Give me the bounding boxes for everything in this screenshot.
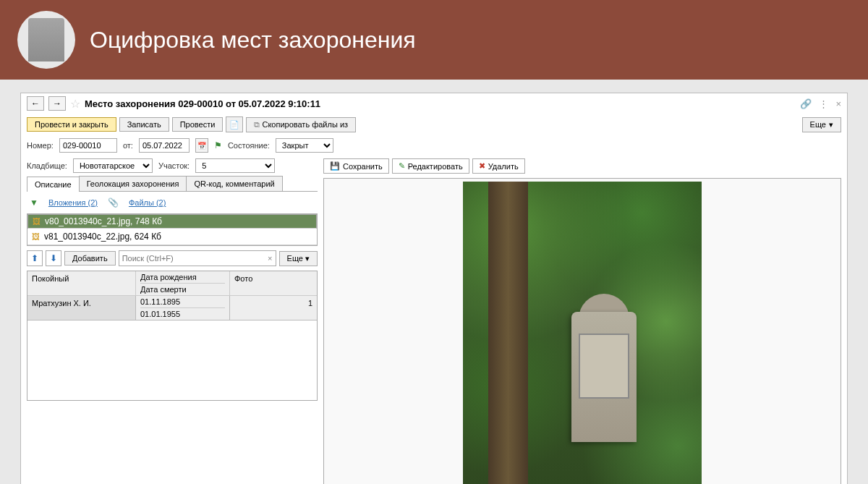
link-icon[interactable]: 🔗 (800, 98, 812, 109)
form-row-1: Номер: от: 📅 ⚑ Состояние: Закрыт (21, 135, 847, 156)
file-row[interactable]: 🖼 v81_0013940c_22.jpg, 624 Кб (27, 229, 317, 245)
cell-name: Мратхузин Х. И. (27, 296, 136, 320)
file-name: v80_0013940c_21.jpg, 748 Кб (45, 216, 162, 226)
col-dates: Дата рождения Дата смерти (136, 271, 230, 295)
number-label: Номер: (27, 141, 54, 150)
add-button[interactable]: Добавить (64, 251, 116, 266)
tab-qr-comment[interactable]: QR-код, комментарий (186, 176, 282, 191)
state-label: Состояние: (228, 141, 270, 150)
tab-description[interactable]: Описание (27, 177, 80, 192)
presentation-header: Оцифровка мест захоронения (0, 0, 868, 80)
plot-label: Участок: (158, 161, 190, 170)
attachments-link[interactable]: Вложения (2) (48, 198, 98, 207)
cemetery-label: Кладбище: (27, 161, 67, 170)
grid-header: Покойный Дата рождения Дата смерти Фото (27, 271, 317, 296)
cemetery-select[interactable]: Новотатарское (73, 158, 153, 173)
copy-files-button[interactable]: ⧉ Скопировать файлы из (246, 117, 356, 132)
row-toolbar: ⬆ ⬇ Добавить × Еще ▾ (21, 246, 323, 271)
document-icon: 📄 (229, 120, 239, 130)
image-delete-button[interactable]: ✖Удалить (472, 158, 525, 174)
date-input[interactable] (139, 138, 190, 153)
main-toolbar: Провести и закрыть Записать Провести 📄 ⧉… (21, 114, 847, 135)
cell-dod: 01.01.1955 (140, 310, 225, 318)
status-flag-icon: ⚑ (214, 140, 222, 150)
coat-of-arms-icon (28, 18, 64, 61)
forward-button[interactable]: → (48, 96, 66, 111)
pencil-icon: ✎ (399, 161, 405, 171)
right-panel: 💾Сохранить ✎Редактировать ✖Удалить (323, 156, 847, 484)
left-panel: Кладбище: Новотатарское Участок: 5 Описа… (21, 156, 323, 484)
tabs: Описание Геолокация захоронения QR-код, … (27, 176, 318, 192)
report-icon-button[interactable]: 📄 (226, 116, 243, 132)
tab-geolocation[interactable]: Геолокация захоронения (79, 176, 187, 191)
page-title: Оцифровка мест захоронения (90, 27, 416, 54)
calendar-icon: 📅 (197, 142, 206, 150)
image-preview-area (323, 178, 841, 484)
submit-close-button[interactable]: Провести и закрыть (27, 117, 116, 132)
state-select[interactable]: Закрыт (276, 138, 333, 153)
col-dod[interactable]: Дата смерти (140, 285, 225, 294)
back-button[interactable]: ← (27, 96, 44, 111)
window-title: Место захоронения 029-00010 от 05.07.202… (85, 98, 320, 109)
grave-photo[interactable] (463, 182, 702, 484)
clear-search-icon[interactable]: × (268, 254, 272, 263)
copy-icon: ⧉ (254, 120, 260, 129)
file-image-icon: 🖼 (33, 217, 41, 226)
more-rows-button[interactable]: Еще ▾ (279, 251, 318, 266)
attachments-bar: ▼ Вложения (2) 📎 Файлы (2) (21, 192, 323, 213)
calendar-button[interactable]: 📅 (195, 138, 208, 153)
plot-select[interactable]: 5 (195, 158, 275, 173)
move-down-button[interactable]: ⬇ (46, 250, 61, 266)
cell-photo: 1 (230, 296, 317, 320)
cell-dob: 01.11.1895 (140, 297, 225, 308)
image-save-button[interactable]: 💾Сохранить (323, 158, 389, 174)
number-input[interactable] (59, 138, 117, 153)
file-row[interactable]: 🖼 v80_0013940c_21.jpg, 748 Кб (27, 214, 317, 229)
persons-grid: Покойный Дата рождения Дата смерти Фото … (27, 271, 318, 401)
search-box[interactable]: × (119, 250, 276, 266)
window-titlebar: ← → ☆ Место захоронения 029-00010 от 05.… (21, 93, 847, 114)
close-icon[interactable]: × (835, 98, 841, 109)
form-row-2: Кладбище: Новотатарское Участок: 5 (21, 156, 323, 176)
col-dob[interactable]: Дата рождения (140, 273, 225, 284)
col-deceased[interactable]: Покойный (27, 271, 136, 295)
delete-icon: ✖ (479, 161, 485, 171)
arrow-down-icon: ⬇ (50, 253, 57, 263)
cell-dates: 01.11.1895 01.01.1955 (136, 296, 230, 320)
file-image-icon: 🖼 (32, 232, 40, 241)
expand-icon[interactable]: ▼ (30, 198, 38, 208)
files-link[interactable]: Файлы (2) (129, 198, 166, 207)
image-toolbar: 💾Сохранить ✎Редактировать ✖Удалить (323, 156, 841, 178)
arrow-up-icon: ⬆ (31, 253, 38, 263)
logo-circle (17, 11, 75, 69)
search-input[interactable] (122, 254, 268, 263)
file-name: v81_0013940c_22.jpg, 624 Кб (44, 232, 161, 242)
date-label: от: (123, 141, 133, 150)
chevron-down-icon: ▾ (829, 120, 833, 130)
move-up-button[interactable]: ⬆ (27, 250, 43, 266)
favorite-star-icon[interactable]: ☆ (70, 97, 80, 111)
kebab-menu-icon[interactable]: ⋮ (819, 98, 828, 109)
submit-button[interactable]: Провести (172, 117, 224, 132)
more-button[interactable]: Еще ▾ (802, 117, 841, 132)
col-photo[interactable]: Фото (230, 271, 317, 295)
grid-row[interactable]: Мратхузин Х. И. 01.11.1895 01.01.1955 1 (27, 296, 317, 320)
content-area: Кладбище: Новотатарское Участок: 5 Описа… (21, 156, 847, 484)
file-list: 🖼 v80_0013940c_21.jpg, 748 Кб 🖼 v81_0013… (27, 213, 318, 246)
app-window: ← → ☆ Место захоронения 029-00010 от 05.… (20, 93, 848, 484)
save-button[interactable]: Записать (119, 117, 169, 132)
image-edit-button[interactable]: ✎Редактировать (392, 158, 469, 174)
paperclip-icon: 📎 (108, 198, 119, 208)
save-icon: 💾 (330, 161, 340, 171)
chevron-down-icon: ▾ (305, 254, 310, 263)
